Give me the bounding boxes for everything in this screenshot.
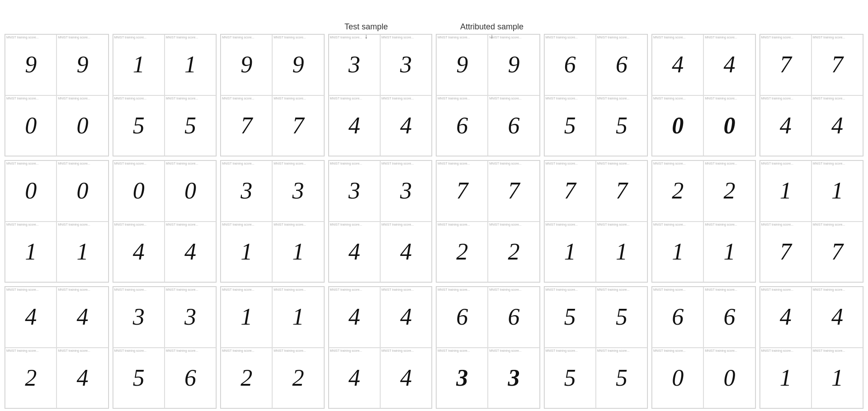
digit-bottom-right: 5	[616, 114, 627, 137]
cell-sublabel: MNIST training score...	[489, 162, 521, 165]
digit-bottom-left: 4	[349, 366, 360, 390]
digit-top-right: 7	[616, 179, 627, 203]
cell-sublabel: MNIST training score...	[546, 223, 578, 226]
cell-sublabel: MNIST training score...	[330, 97, 362, 100]
digit-bottom-right: 6	[508, 114, 519, 137]
cell-sublabel: MNIST training score...	[813, 349, 845, 352]
cell-sublabel: MNIST training score...	[438, 349, 470, 352]
cell-sublabel: MNIST training score...	[114, 288, 146, 291]
cell-2-0-bottom-left: MNIST training score...2	[5, 348, 57, 409]
cell-2-2-bottom-right: MNIST training score...2	[272, 348, 324, 409]
cell-1-3-top-right: MNIST training score...3	[380, 161, 432, 222]
cell-1-1-bottom-left: MNIST training score...4	[113, 222, 165, 283]
digit-top-left: 2	[672, 179, 684, 203]
cell-sublabel: MNIST training score...	[382, 36, 414, 39]
digit-top-left: 3	[133, 305, 145, 329]
digit-bottom-right: 7	[292, 114, 304, 137]
group-block-1-2: MNIST training score...3MNIST training s…	[220, 160, 325, 283]
cell-sublabel: MNIST training score...	[546, 162, 578, 165]
cell-0-6-top-right: MNIST training score...4	[703, 34, 755, 95]
cell-1-3-top-left: MNIST training score...3	[329, 161, 380, 222]
group-block-1-4: MNIST training score...7MNIST training s…	[436, 160, 540, 283]
grid-row-1: MNIST training score...0MNIST training s…	[5, 160, 863, 283]
cell-2-7-bottom-left: MNIST training score...1	[760, 348, 811, 409]
cell-2-4-bottom-left: MNIST training score...3	[436, 348, 488, 409]
header: Test sample ↓ Attributed sample ↓	[0, 0, 868, 34]
cell-sublabel: MNIST training score...	[222, 97, 254, 100]
cell-0-3-bottom-right: MNIST training score...4	[380, 95, 432, 156]
cell-sublabel: MNIST training score...	[438, 97, 470, 100]
cell-1-7-top-left: MNIST training score...1	[760, 161, 811, 222]
cell-2-7-bottom-right: MNIST training score...1	[811, 348, 863, 409]
cell-sublabel: MNIST training score...	[114, 97, 146, 100]
group-block-0-5: MNIST training score...6MNIST training s…	[544, 34, 648, 156]
cell-0-2-top-right: MNIST training score...9	[272, 34, 324, 95]
digit-top-right: 1	[184, 53, 196, 76]
digit-bottom-right: 4	[831, 114, 843, 137]
cell-sublabel: MNIST training score...	[274, 349, 306, 352]
cell-1-6-top-left: MNIST training score...2	[652, 161, 703, 222]
digit-bottom-right: 1	[616, 240, 627, 264]
digit-bottom-right: 7	[831, 240, 843, 264]
digit-bottom-left: 1	[241, 240, 252, 264]
cell-2-1-bottom-left: MNIST training score...5	[113, 348, 165, 409]
cell-sublabel: MNIST training score...	[761, 349, 793, 352]
digit-top-left: 7	[780, 53, 792, 76]
cell-sublabel: MNIST training score...	[166, 97, 198, 100]
digit-top-right: 9	[292, 53, 304, 76]
cell-1-7-bottom-right: MNIST training score...7	[811, 222, 863, 283]
cell-0-4-top-right: MNIST training score...9	[488, 34, 539, 95]
cell-sublabel: MNIST training score...	[705, 349, 737, 352]
cell-1-2-bottom-right: MNIST training score...1	[272, 222, 324, 283]
digit-bottom-left: 4	[133, 240, 145, 264]
cell-1-5-bottom-left: MNIST training score...1	[544, 222, 596, 283]
cell-sublabel: MNIST training score...	[705, 162, 737, 165]
cell-sublabel: MNIST training score...	[705, 288, 737, 291]
cell-1-6-top-right: MNIST training score...2	[703, 161, 755, 222]
cell-sublabel: MNIST training score...	[330, 223, 362, 226]
cell-sublabel: MNIST training score...	[761, 97, 793, 100]
group-block-2-5: MNIST training score...5MNIST training s…	[544, 286, 648, 409]
cell-sublabel: MNIST training score...	[166, 36, 198, 39]
cell-sublabel: MNIST training score...	[489, 288, 521, 291]
cell-sublabel: MNIST training score...	[330, 36, 362, 39]
cell-sublabel: MNIST training score...	[546, 36, 578, 39]
group-block-1-6: MNIST training score...2MNIST training s…	[651, 160, 756, 283]
cell-sublabel: MNIST training score...	[653, 97, 685, 100]
digit-bottom-left: 2	[241, 366, 252, 390]
digit-top-right: 1	[831, 179, 843, 203]
cell-sublabel: MNIST training score...	[6, 36, 38, 39]
cell-sublabel: MNIST training score...	[166, 162, 198, 165]
cell-sublabel: MNIST training score...	[813, 288, 845, 291]
cell-sublabel: MNIST training score...	[6, 288, 38, 291]
digit-bottom-left: 2	[456, 240, 468, 264]
cell-1-2-bottom-left: MNIST training score...1	[221, 222, 272, 283]
digit-top-left: 3	[349, 53, 360, 76]
cell-sublabel: MNIST training score...	[274, 36, 306, 39]
cell-2-0-bottom-right: MNIST training score...4	[57, 348, 108, 409]
digit-top-left: 9	[241, 53, 252, 76]
cell-1-1-top-left: MNIST training score...0	[113, 161, 165, 222]
digit-bottom-left: 1	[564, 240, 576, 264]
digit-bottom-left: 7	[241, 114, 252, 137]
cell-2-4-bottom-right: MNIST training score...3	[488, 348, 539, 409]
cell-sublabel: MNIST training score...	[597, 349, 629, 352]
digit-bottom-left: 1	[672, 240, 684, 264]
cell-sublabel: MNIST training score...	[274, 288, 306, 291]
group-block-2-2: MNIST training score...1MNIST training s…	[220, 286, 325, 409]
cell-sublabel: MNIST training score...	[58, 162, 90, 165]
digit-top-right: 6	[616, 53, 627, 76]
cell-0-1-top-right: MNIST training score...1	[165, 34, 216, 95]
digit-top-left: 4	[349, 305, 360, 329]
digit-bottom-left: 4	[349, 240, 360, 264]
cell-2-3-top-left: MNIST training score...4	[329, 287, 380, 348]
cell-sublabel: MNIST training score...	[274, 162, 306, 165]
digit-top-right: 9	[76, 53, 88, 76]
cell-1-5-top-left: MNIST training score...7	[544, 161, 596, 222]
cell-1-1-bottom-right: MNIST training score...4	[165, 222, 216, 283]
cell-sublabel: MNIST training score...	[813, 162, 845, 165]
cell-2-3-top-right: MNIST training score...4	[380, 287, 432, 348]
cell-sublabel: MNIST training score...	[382, 288, 414, 291]
group-block-2-1: MNIST training score...3MNIST training s…	[113, 286, 217, 409]
cell-0-7-top-right: MNIST training score...7	[811, 34, 863, 95]
